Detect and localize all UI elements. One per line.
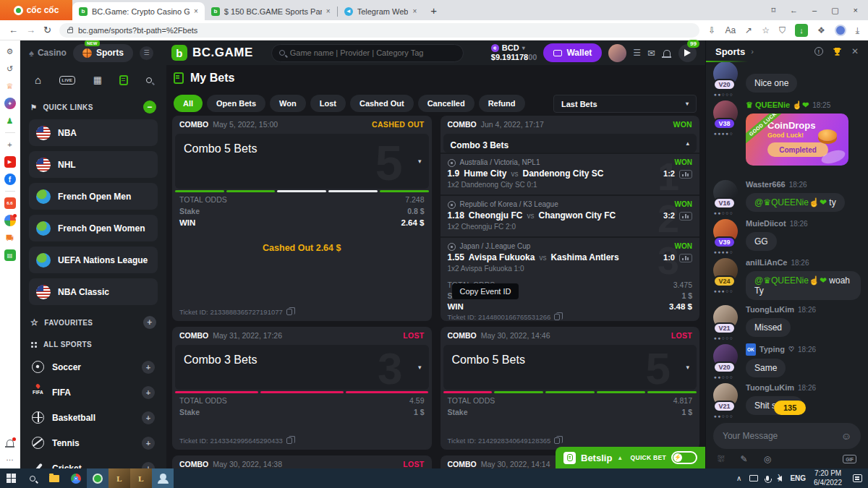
sidebar-item-nhl[interactable]: NHL xyxy=(29,151,158,178)
stats-icon[interactable] xyxy=(679,212,692,221)
filter-lost[interactable]: Lost xyxy=(310,95,346,112)
username[interactable]: TuongLuKim xyxy=(746,382,794,393)
trophy-icon[interactable] xyxy=(833,47,842,56)
stats-icon[interactable] xyxy=(679,254,692,262)
unread-count-pill[interactable]: 135 xyxy=(774,401,806,415)
tab-search-icon[interactable]: ⌑ xyxy=(771,6,775,15)
speaker-icon[interactable] xyxy=(777,476,782,481)
add-favourite-button[interactable]: + xyxy=(143,316,156,329)
league-of-legends-icon[interactable]: L xyxy=(109,468,130,488)
filter-won[interactable]: Won xyxy=(270,95,306,112)
rewards-crown-icon[interactable]: ♕ xyxy=(4,80,16,92)
sidebar-item-french-open-women[interactable]: French Open Women xyxy=(29,215,158,241)
expand-sport-button[interactable]: + xyxy=(142,411,155,424)
combo-summary[interactable]: Combo 3 Bets 3 ▾ xyxy=(175,345,429,390)
chat-toggle-button[interactable]: 99 xyxy=(678,44,697,62)
filter-open-bets[interactable]: Open Bets xyxy=(207,95,265,112)
sidebar-item-uefa-nations-league[interactable]: UEFA Nations League xyxy=(29,247,158,273)
taskbar-search-icon[interactable] xyxy=(22,468,43,488)
combo-summary[interactable]: Combo 5 Bets 5 ▾ xyxy=(175,134,429,189)
games-controller-icon[interactable]: ♟ xyxy=(4,115,16,127)
game-search[interactable] xyxy=(271,44,464,62)
notifications-bell-icon[interactable] xyxy=(7,440,14,446)
coccoc-brand[interactable]: cốc cốc xyxy=(0,0,72,20)
copy-icon[interactable] xyxy=(286,309,292,315)
collapse-quick-links-button[interactable]: − xyxy=(143,100,156,114)
sidebar-item-cricket[interactable]: Cricket+ xyxy=(29,455,158,468)
tab-close-icon[interactable]: × xyxy=(326,7,331,15)
youtube-icon[interactable]: ▶ xyxy=(4,156,16,168)
contacts-app-icon[interactable] xyxy=(152,468,174,488)
my-bets-icon[interactable] xyxy=(119,75,128,85)
bell-icon[interactable] xyxy=(663,50,671,56)
username[interactable]: anilLiAnCe xyxy=(746,257,787,268)
currency-selector[interactable]: ¢ BCD ▾ $9.19117800 xyxy=(491,43,537,61)
expand-sport-button[interactable]: + xyxy=(142,462,155,469)
copy-icon[interactable] xyxy=(554,314,560,320)
header-menu-icon[interactable]: ☰ xyxy=(140,46,153,60)
tab-close-icon[interactable]: × xyxy=(194,7,198,15)
sort-dropdown[interactable]: Last Bets ▾ xyxy=(553,95,697,113)
recent-tabs-icon[interactable]: ← xyxy=(790,6,798,14)
expand-combo-icon[interactable]: ▾ xyxy=(418,158,422,165)
language-indicator[interactable]: ENG xyxy=(790,474,806,482)
reload-button[interactable]: ↻ xyxy=(43,25,51,35)
chat-rules-icon[interactable]: ! xyxy=(814,47,823,56)
user-avatar[interactable] xyxy=(608,44,626,62)
collapse-combo-icon[interactable]: ▴ xyxy=(686,140,689,147)
username[interactable]: TuongLuKim xyxy=(746,304,794,315)
tray-expand-icon[interactable]: ∧ xyxy=(736,474,741,482)
file-explorer-icon[interactable] xyxy=(43,468,65,488)
message-input[interactable] xyxy=(723,431,835,441)
settings-gear-icon[interactable]: ⚙ xyxy=(4,46,16,57)
chevron-right-icon[interactable]: › xyxy=(751,47,754,56)
network-icon[interactable] xyxy=(749,475,758,481)
username[interactable]: Typing xyxy=(760,344,785,355)
mention[interactable]: @♛QUEENie☝❤ xyxy=(754,275,827,286)
coindrops-completed-button[interactable]: Completed xyxy=(767,142,828,157)
new-tab-button[interactable]: + xyxy=(430,4,437,17)
close-icon[interactable]: ✕ xyxy=(851,46,859,56)
shopee-icon[interactable]: 6.6 xyxy=(4,197,16,209)
filter-cancelled[interactable]: Cancelled xyxy=(418,95,475,112)
expand-sport-button[interactable]: + xyxy=(142,386,155,399)
save-page-icon[interactable]: ⇩ xyxy=(708,25,715,35)
chrome-icon[interactable] xyxy=(65,468,87,488)
sidebar-item-tennis[interactable]: Tennis+ xyxy=(29,430,158,455)
betslip-bar[interactable]: Betslip ▲ QUICK BET ⚡ xyxy=(556,447,705,468)
chat-tab-sports[interactable]: Sports xyxy=(715,46,745,57)
window-maximize-button[interactable]: ▢ xyxy=(831,6,838,15)
username[interactable]: Waster666 xyxy=(746,179,786,190)
browser-tab-parlay[interactable]: b $ 150 BC.GAME Sports Parla × xyxy=(205,2,337,20)
video-download-icon[interactable]: ↓ xyxy=(795,24,808,37)
calendar-icon[interactable]: ▦ xyxy=(93,74,102,85)
filter-cashed-out[interactable]: Cashed Out xyxy=(350,95,414,112)
downloads-tray-icon[interactable]: ⤓ xyxy=(856,25,859,35)
lock-icon[interactable] xyxy=(67,29,73,33)
start-button[interactable] xyxy=(0,468,22,488)
sidebar-item-nba-classic[interactable]: NBA Classic xyxy=(29,278,158,305)
browser-profile-avatar[interactable] xyxy=(835,25,846,36)
bcgame-logo[interactable]: b BC.GAME xyxy=(171,45,253,61)
combo-summary[interactable]: Combo 5 Bets 5 ▾ xyxy=(443,345,697,390)
chat-rules-pen-icon[interactable]: ✎ xyxy=(741,454,748,464)
gift-card-icon[interactable]: ▤ xyxy=(4,249,16,261)
copy-icon[interactable] xyxy=(286,437,292,444)
message-input-pill[interactable]: ☺ xyxy=(713,423,861,449)
sidebar-item-nba[interactable]: NBA xyxy=(29,119,158,146)
emoji-icon[interactable]: ☺ xyxy=(841,430,851,442)
extensions-icon[interactable]: ❖ xyxy=(817,25,825,35)
mention[interactable]: @♛QUEENie☝❤ xyxy=(754,197,827,207)
adblock-shield-icon[interactable]: ⛉ xyxy=(779,25,786,35)
window-minimize-button[interactable]: – xyxy=(812,6,817,14)
pinned-app-icon[interactable] xyxy=(4,215,16,226)
sidebar-search-icon[interactable] xyxy=(146,77,152,83)
username[interactable]: ♛ QUEENie ☝❤ xyxy=(746,100,809,111)
coin-rain-icon[interactable]: ⛆ xyxy=(718,454,725,464)
tab-close-icon[interactable]: × xyxy=(412,7,417,15)
sidebar-item-soccer[interactable]: Soccer+ xyxy=(29,354,158,380)
quick-bet-toggle[interactable]: ⚡ xyxy=(671,451,697,464)
history-icon[interactable]: ↺ xyxy=(4,63,16,74)
system-clock[interactable]: 7:20 PM 6/4/2022 xyxy=(814,469,842,487)
filter-all[interactable]: All xyxy=(174,95,203,112)
